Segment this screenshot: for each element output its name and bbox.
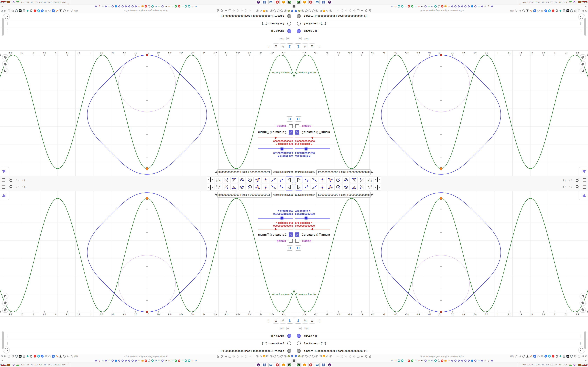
slider-thumb[interactable]	[305, 148, 307, 150]
settings-gear-button[interactable]: ⚙	[309, 318, 315, 324]
algebra-scrollbar[interactable]	[584, 331, 586, 349]
gear-favicon[interactable]: ⚙	[484, 4, 487, 8]
down-circle-icon[interactable]	[37, 8, 40, 12]
slider-thumb[interactable]	[275, 137, 277, 139]
home-button[interactable]	[2, 293, 8, 299]
teal-ring-favicon[interactable]	[151, 4, 154, 8]
arc-length-slider[interactable]	[258, 148, 293, 150]
main-menu-icon[interactable]: ☰	[583, 185, 587, 189]
red-settings-app-icon[interactable]	[308, 363, 313, 367]
visibility-toggle[interactable]	[287, 334, 291, 338]
visibility-toggle[interactable]	[297, 334, 301, 338]
home-button[interactable]	[580, 293, 586, 299]
algebra-menu-kebab-icon[interactable]: ⋮	[267, 319, 270, 323]
pin-icon[interactable]	[291, 355, 294, 359]
lock-icon[interactable]	[369, 8, 372, 12]
flower-favicon[interactable]	[161, 4, 164, 8]
flower-favicon[interactable]	[128, 4, 130, 8]
red-circle-icon[interactable]	[552, 8, 554, 12]
wikipedia-favicon[interactable]: W	[164, 4, 167, 8]
dot-circle-icon[interactable]	[337, 355, 339, 359]
angle-tool-button[interactable]: α	[350, 176, 357, 183]
angle-tool-button[interactable]: α	[231, 184, 238, 191]
mask-app-icon[interactable]	[327, 363, 332, 367]
shield-icon[interactable]	[570, 8, 573, 12]
play-step-button[interactable]	[287, 245, 293, 250]
arrow-right-icon[interactable]	[519, 355, 521, 359]
arrow-right-icon[interactable]	[519, 8, 521, 12]
flower-favicon[interactable]	[121, 4, 124, 8]
circle-icon[interactable]	[236, 8, 239, 12]
folder-icon[interactable]	[228, 355, 231, 359]
arc-position-slider[interactable]	[295, 228, 330, 230]
circle-icon[interactable]	[244, 355, 247, 359]
google-favicon[interactable]: G	[404, 4, 407, 8]
circle-icon[interactable]	[341, 8, 344, 12]
slider-tool-button[interactable]: a = 2	[366, 184, 373, 191]
graphics-view[interactable]: -2.4-2.2-2-1.8-1.6-1.4-1.2-1-0.8-0.6-0.4…	[0, 191, 294, 317]
globe-icon[interactable]	[301, 355, 304, 359]
graphics-stylebar-toggle[interactable]	[579, 167, 588, 176]
zoom-in-button[interactable]	[580, 300, 586, 306]
mask-app-icon[interactable]	[256, 363, 261, 367]
move-tool-button[interactable]	[285, 184, 293, 191]
wrench-icon[interactable]	[4, 8, 7, 12]
google-favicon[interactable]: G	[414, 4, 417, 8]
pencil-icon[interactable]	[529, 8, 533, 12]
zoom-out-button[interactable]	[2, 55, 8, 60]
dot-circle-icon[interactable]	[337, 8, 339, 12]
google-favicon[interactable]: G	[417, 4, 420, 8]
zoom-out-button[interactable]	[580, 307, 586, 312]
firefox-icon[interactable]	[263, 355, 266, 359]
function-fx-button[interactable]: ƒx	[280, 318, 286, 324]
wrench-icon[interactable]	[266, 355, 269, 359]
chevron-down-icon[interactable]	[215, 194, 218, 196]
flower-favicon[interactable]	[118, 4, 121, 8]
pill-icon[interactable]	[537, 8, 540, 12]
star-icon[interactable]	[70, 355, 73, 359]
tracing-checkbox[interactable]	[289, 239, 293, 243]
teal-ring-favicon[interactable]	[188, 4, 190, 8]
globe-icon[interactable]	[301, 8, 304, 12]
function-input[interactable]: 1.000000000000 + cos(4.000000000000 x)	[217, 169, 272, 175]
terminal-app-icon[interactable]	[296, 0, 301, 4]
list-group-header[interactable]: − List	[294, 35, 588, 42]
algebra-tree-view-button[interactable]	[295, 318, 301, 324]
diamond-icon[interactable]	[559, 8, 562, 12]
red-circle-icon[interactable]	[552, 355, 554, 359]
undo-icon[interactable]: ↶	[22, 178, 26, 182]
line-tool-button[interactable]	[270, 176, 277, 183]
firefox-app-icon[interactable]	[302, 363, 307, 367]
trash-icon[interactable]	[30, 355, 33, 359]
google-favicon[interactable]: G	[181, 4, 184, 8]
folder-icon[interactable]	[228, 8, 231, 12]
mask-app-icon[interactable]	[256, 0, 261, 4]
star-icon[interactable]	[515, 355, 518, 359]
polygon-tool-button[interactable]	[254, 176, 261, 183]
slider-tool-button[interactable]: a = 2	[215, 184, 222, 191]
row-menu-kebab-icon[interactable]: ⋮	[6, 334, 9, 338]
move-tool-button[interactable]	[295, 176, 303, 183]
reload-icon[interactable]	[63, 8, 66, 12]
search-icon[interactable]	[9, 177, 13, 182]
chevron-down-icon[interactable]	[370, 194, 373, 196]
flower-favicon[interactable]	[135, 4, 137, 8]
translate-icon[interactable]: A	[533, 355, 536, 359]
trash-icon[interactable]	[30, 8, 33, 12]
bookmarks-overflow-icon[interactable]: ^	[585, 359, 587, 362]
angle-tool-button[interactable]: α	[350, 184, 357, 191]
teal-ring-favicon[interactable]	[398, 4, 400, 8]
translate-icon[interactable]: A	[52, 355, 55, 359]
arrow-left-icon[interactable]	[224, 355, 227, 359]
point-tool-button[interactable]: A	[303, 184, 310, 191]
search-icon[interactable]	[9, 185, 13, 190]
dot-circle-icon[interactable]	[345, 355, 347, 359]
photo-favicon[interactable]	[141, 4, 144, 8]
dot-circle-icon[interactable]	[353, 8, 356, 12]
ud-badge-icon[interactable]: UD	[566, 8, 569, 12]
dot-circle-icon[interactable]	[241, 355, 243, 359]
monitor-app-icon[interactable]	[315, 0, 320, 4]
circle-icon[interactable]	[236, 355, 239, 359]
fullscreen-button[interactable]	[579, 347, 585, 353]
algebra-tree-view-button[interactable]	[287, 318, 293, 324]
